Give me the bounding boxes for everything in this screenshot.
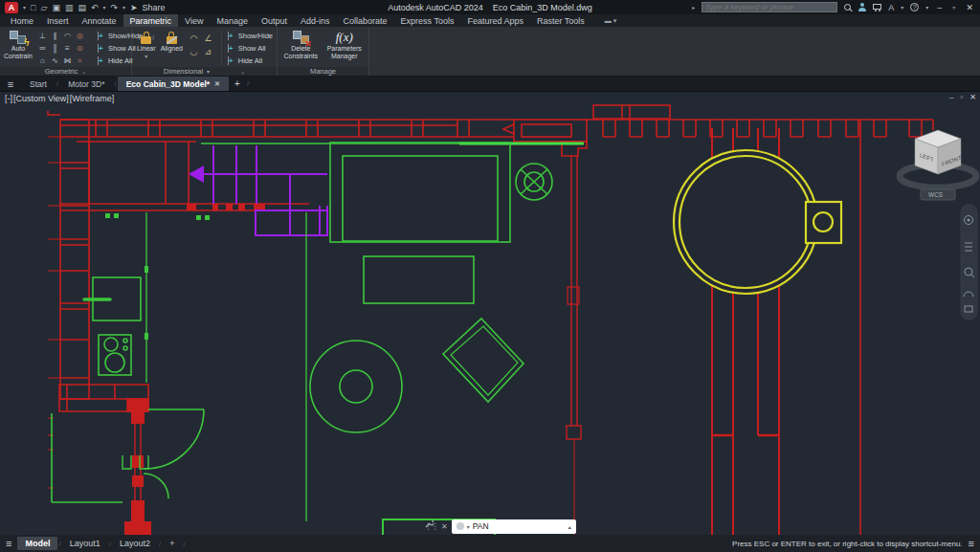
close-button[interactable]: ✕ — [964, 3, 975, 12]
tab-manage[interactable]: Manage — [210, 14, 255, 27]
command-history-icon[interactable]: ▴ — [568, 523, 571, 530]
logo-caret-icon[interactable]: ▾ — [23, 4, 26, 11]
tab-collaborate[interactable]: Collaborate — [337, 14, 394, 27]
linear-dimension-button[interactable]: || Linear ▾ — [136, 29, 157, 60]
dimensional-show-all-button[interactable]: + Show All — [228, 42, 273, 54]
navigation-bar[interactable] — [961, 205, 977, 320]
model-tab[interactable]: Model — [17, 537, 57, 550]
autocad-logo-icon[interactable]: A — [5, 2, 18, 13]
diameter-dimension-icon[interactable]: ◡ — [187, 45, 201, 58]
restore-button[interactable]: ▫ — [950, 3, 957, 12]
angular-dimension-icon[interactable]: ∠ — [201, 32, 215, 45]
tab-featured-apps[interactable]: Featured Apps — [460, 14, 530, 27]
vp-minimize-button[interactable]: – — [949, 93, 953, 101]
doc-tab-start[interactable]: Start — [21, 77, 56, 91]
viewcube[interactable]: LEFT FRONT WCS — [900, 130, 976, 200]
layout1-tab[interactable]: Layout1 — [62, 537, 108, 550]
floorplan-drawing[interactable]: LEFT FRONT WCS — [0, 92, 980, 535]
layout-menu-icon[interactable]: ≡ — [0, 538, 17, 549]
equal-constraint-icon[interactable]: = — [74, 55, 86, 67]
panel-dimensional: || Linear ▾ Aligned ◠ ∠ ◡ ⊿ + Show/Hide — [132, 27, 278, 76]
vp-close-button[interactable]: ✕ — [969, 93, 976, 101]
new-layout-button[interactable]: + — [162, 537, 182, 550]
tab-view[interactable]: View — [178, 14, 210, 27]
redo-icon[interactable]: ↷ — [110, 2, 118, 13]
search-icon[interactable] — [844, 4, 851, 11]
viewport-menu-control[interactable]: [-] — [5, 94, 12, 103]
tab-home[interactable]: Home — [4, 14, 40, 27]
tab-insert[interactable]: Insert — [40, 14, 76, 27]
customize-wrench-icon[interactable] — [424, 519, 434, 528]
new-file-icon[interactable]: □ — [31, 2, 35, 13]
tab-parametric[interactable]: Parametric — [123, 14, 179, 27]
concentric-constraint-icon[interactable]: ⊙ — [74, 42, 86, 55]
auto-constrain-button[interactable]: ϟ Auto Constrain — [4, 29, 33, 60]
aligned-dimension-button[interactable]: Aligned — [161, 29, 183, 53]
command-input[interactable]: ▾ PAN ▴ — [452, 519, 576, 534]
undo-icon[interactable]: ↶ — [91, 2, 99, 13]
dimensional-caret-icon[interactable]: ▾ — [207, 68, 210, 75]
share-button[interactable]: Share — [143, 3, 166, 12]
tab-output[interactable]: Output — [255, 14, 294, 27]
search-input[interactable] — [702, 2, 837, 12]
ribbon-tab-bar: Home Insert Annotate Parametric View Man… — [0, 14, 980, 27]
command-bar: ⋮⋮ ✕ ▾ PAN ▴ — [424, 519, 576, 534]
ribbon-collapse-icon[interactable]: ▬ ▾ — [605, 14, 617, 27]
radius-dimension-icon[interactable]: ◠ — [187, 32, 201, 45]
autodesk-caret-icon[interactable]: ▾ — [901, 4, 903, 11]
doc-tabs-menu-icon[interactable]: ≡ — [0, 77, 21, 91]
close-tab-icon[interactable]: ✕ — [214, 80, 220, 88]
collinear-constraint-icon[interactable]: ≡ — [61, 42, 74, 55]
delete-constraints-button[interactable]: ✕ Delete Constraints — [281, 29, 321, 60]
linear-caret-icon[interactable]: ▾ — [145, 53, 147, 60]
manage-panel-label[interactable]: Manage — [278, 67, 368, 76]
vertical-constraint-icon[interactable]: ║ — [49, 42, 61, 55]
command-caret-icon[interactable]: ▾ — [467, 523, 470, 530]
vp-restore-button[interactable]: ▫ — [960, 93, 963, 101]
dimensional-hide-all-button[interactable]: + Hide All — [228, 55, 273, 66]
tab-annotate[interactable]: Annotate — [76, 14, 123, 27]
minimize-button[interactable]: – — [935, 3, 944, 12]
dimensional-panel-label[interactable]: Dimensional ▾ ⌄ — [132, 67, 277, 76]
print-icon[interactable]: ▤ — [78, 2, 86, 13]
search-arrow-icon[interactable]: ▸ — [692, 4, 695, 11]
perpendicular-constraint-icon[interactable]: ⊥ — [36, 30, 49, 42]
fix-constraint-icon[interactable]: ◎ — [74, 30, 86, 42]
tab-express-tools[interactable]: Express Tools — [394, 14, 461, 27]
coincident-constraint-icon[interactable]: ⌂ — [36, 55, 49, 67]
tangent-constraint-icon[interactable]: ◠ — [61, 30, 74, 42]
undo-caret-icon[interactable]: ▾ — [102, 4, 105, 11]
geometric-expander-icon[interactable]: ⌄ — [81, 68, 86, 75]
help-icon[interactable]: ? — [910, 3, 919, 11]
drawing-canvas[interactable]: LEFT FRONT WCS [-] [Custom View] [Wirefr… — [0, 92, 980, 535]
dimensional-expander-icon[interactable]: ⌄ — [240, 68, 245, 75]
parameters-manager-button[interactable]: f(x) Parameters Manager — [324, 29, 365, 60]
account-icon[interactable] — [858, 3, 866, 11]
geometric-panel-label[interactable]: Geometric ⌄ — [0, 67, 131, 76]
doc-tab-eco-cabin[interactable]: Eco Cabin_3D Model* ✕ — [118, 77, 229, 91]
convert-dimension-icon[interactable]: ⊿ — [201, 45, 215, 58]
smooth-constraint-icon[interactable]: ∿ — [49, 55, 61, 67]
status-menu-icon[interactable]: ≡ — [963, 538, 980, 549]
horizontal-constraint-icon[interactable]: ═ — [36, 42, 49, 55]
symmetric-constraint-icon[interactable]: ⋈ — [61, 55, 74, 67]
parallel-constraint-icon[interactable]: ∥ — [49, 30, 61, 42]
wcs-dropdown[interactable]: WCS — [921, 189, 955, 200]
open-file-icon[interactable]: ▱ — [40, 2, 47, 13]
command-close-icon[interactable]: ✕ — [441, 522, 448, 531]
dimensional-show-hide-button[interactable]: + Show/Hide — [228, 30, 273, 41]
help-caret-icon[interactable]: ▾ — [925, 4, 928, 11]
store-cart-icon[interactable] — [873, 4, 881, 10]
new-tab-button[interactable]: + — [229, 77, 246, 91]
tab-add-ins[interactable]: Add-ins — [294, 14, 337, 27]
layout2-tab[interactable]: Layout2 — [112, 537, 158, 550]
share-plane-icon[interactable]: ➤ — [130, 2, 138, 13]
save-as-icon[interactable]: ▥ — [65, 2, 74, 13]
doc-tab-motor3d[interactable]: Motor 3D* — [59, 77, 113, 91]
visual-style-control[interactable]: [Wireframe] — [70, 94, 115, 103]
view-control[interactable]: [Custom View] — [13, 94, 69, 103]
tab-raster-tools[interactable]: Raster Tools — [530, 14, 591, 27]
autodesk-a-icon[interactable]: A — [888, 2, 894, 13]
save-icon[interactable]: ▣ — [52, 2, 60, 13]
qat-caret-icon[interactable]: ▾ — [122, 4, 125, 11]
